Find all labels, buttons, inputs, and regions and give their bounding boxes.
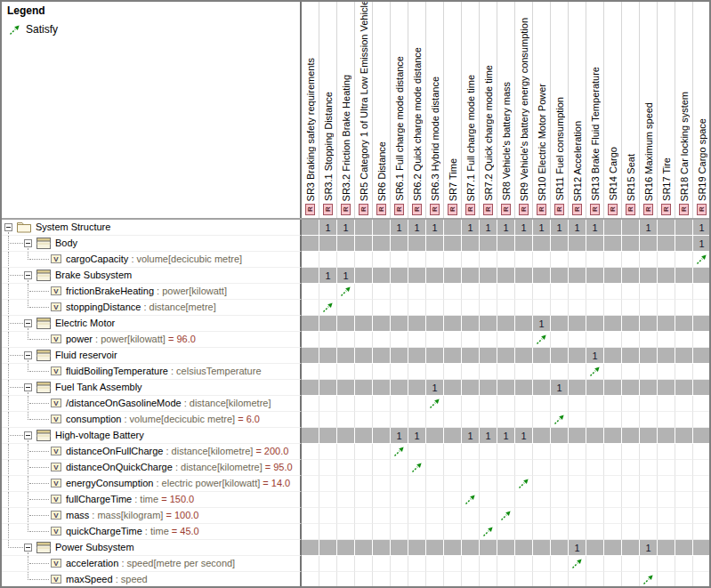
- matrix-cell[interactable]: [319, 332, 337, 348]
- matrix-cell[interactable]: [604, 524, 622, 540]
- matrix-cell[interactable]: [391, 332, 408, 348]
- matrix-cell[interactable]: [658, 300, 675, 316]
- tree-node-label[interactable]: Body: [55, 236, 77, 251]
- matrix-cell[interactable]: [426, 556, 444, 572]
- matrix-cell[interactable]: [497, 268, 515, 284]
- matrix-cell[interactable]: [693, 492, 709, 508]
- matrix-cell[interactable]: [391, 444, 408, 460]
- matrix-cell[interactable]: [604, 380, 622, 396]
- matrix-cell[interactable]: [640, 460, 658, 476]
- matrix-cell[interactable]: [337, 524, 355, 540]
- matrix-cell[interactable]: [515, 364, 533, 380]
- matrix-cell[interactable]: [426, 492, 444, 508]
- tree-node-label[interactable]: Fuel Tank Assembly: [55, 380, 142, 395]
- matrix-cell[interactable]: [480, 252, 497, 268]
- matrix-cell[interactable]: [515, 332, 533, 348]
- matrix-cell[interactable]: [586, 476, 604, 492]
- matrix-cell[interactable]: [640, 444, 658, 460]
- matrix-cell[interactable]: [302, 316, 319, 332]
- matrix-cell[interactable]: [444, 252, 462, 268]
- matrix-cell[interactable]: [551, 300, 569, 316]
- matrix-cell[interactable]: [693, 396, 709, 412]
- matrix-cell[interactable]: 1: [497, 220, 515, 236]
- matrix-cell[interactable]: [533, 268, 551, 284]
- matrix-cell[interactable]: [675, 492, 693, 508]
- matrix-cell[interactable]: [533, 380, 551, 396]
- matrix-cell[interactable]: [444, 300, 462, 316]
- matrix-cell[interactable]: [408, 268, 426, 284]
- matrix-cell[interactable]: [675, 332, 693, 348]
- matrix-cell[interactable]: [551, 348, 569, 364]
- matrix-cell[interactable]: [640, 508, 658, 524]
- matrix-cell[interactable]: [480, 492, 497, 508]
- tree-node-label[interactable]: distanceOnFullCharge : distance[kilometr…: [66, 444, 288, 459]
- matrix-cell[interactable]: [426, 572, 444, 586]
- matrix-cell[interactable]: [373, 332, 391, 348]
- matrix-cell[interactable]: [622, 396, 640, 412]
- matrix-cell[interactable]: [355, 508, 373, 524]
- matrix-cell[interactable]: [693, 332, 709, 348]
- matrix-cell[interactable]: [604, 236, 622, 252]
- matrix-cell[interactable]: [693, 572, 709, 586]
- matrix-cell[interactable]: [319, 348, 337, 364]
- matrix-cell[interactable]: [569, 252, 586, 268]
- matrix-cell[interactable]: [462, 524, 480, 540]
- matrix-cell[interactable]: [640, 524, 658, 540]
- matrix-cell[interactable]: [444, 220, 462, 236]
- matrix-cell[interactable]: [480, 412, 497, 428]
- matrix-cell[interactable]: [693, 556, 709, 572]
- matrix-cell[interactable]: [515, 348, 533, 364]
- matrix-cell[interactable]: [302, 492, 319, 508]
- matrix-cell[interactable]: [551, 332, 569, 348]
- matrix-cell[interactable]: [355, 492, 373, 508]
- matrix-cell[interactable]: [462, 380, 480, 396]
- matrix-cell[interactable]: [515, 316, 533, 332]
- matrix-cell[interactable]: [408, 508, 426, 524]
- matrix-cell[interactable]: [444, 444, 462, 460]
- matrix-cell[interactable]: [569, 572, 586, 586]
- matrix-cell[interactable]: [658, 364, 675, 380]
- matrix-cell[interactable]: [658, 332, 675, 348]
- matrix-cell[interactable]: [391, 460, 408, 476]
- matrix-cell[interactable]: [604, 332, 622, 348]
- matrix-cell[interactable]: [480, 572, 497, 586]
- matrix-cell[interactable]: [515, 524, 533, 540]
- tree-node-label[interactable]: System Structure: [36, 220, 110, 235]
- matrix-cell[interactable]: 1: [515, 220, 533, 236]
- matrix-cell[interactable]: [444, 492, 462, 508]
- matrix-cell[interactable]: [622, 412, 640, 428]
- matrix-cell[interactable]: [533, 364, 551, 380]
- matrix-cell[interactable]: [426, 476, 444, 492]
- matrix-cell[interactable]: [622, 268, 640, 284]
- matrix-cell[interactable]: [462, 300, 480, 316]
- column-header-SR19[interactable]: SR19 Cargo spaceR: [693, 2, 709, 218]
- matrix-cell[interactable]: [569, 428, 586, 444]
- matrix-cell[interactable]: [658, 444, 675, 460]
- matrix-cell[interactable]: [622, 252, 640, 268]
- matrix-cell[interactable]: 1: [533, 316, 551, 332]
- matrix-cell[interactable]: [675, 300, 693, 316]
- matrix-cell[interactable]: [533, 444, 551, 460]
- matrix-cell[interactable]: [640, 348, 658, 364]
- matrix-cell[interactable]: [622, 444, 640, 460]
- matrix-cell[interactable]: [302, 540, 319, 556]
- matrix-cell[interactable]: [302, 236, 319, 252]
- matrix-cell[interactable]: [658, 380, 675, 396]
- matrix-cell[interactable]: [640, 316, 658, 332]
- matrix-cell[interactable]: [515, 572, 533, 586]
- matrix-cell[interactable]: [586, 396, 604, 412]
- matrix-cell[interactable]: [302, 380, 319, 396]
- matrix-cell[interactable]: [569, 444, 586, 460]
- matrix-cell[interactable]: [658, 268, 675, 284]
- matrix-cell[interactable]: [444, 268, 462, 284]
- matrix-cell[interactable]: [640, 364, 658, 380]
- matrix-cell[interactable]: [658, 492, 675, 508]
- matrix-cell[interactable]: [622, 316, 640, 332]
- matrix-cell[interactable]: [622, 476, 640, 492]
- matrix-cell[interactable]: [604, 460, 622, 476]
- matrix-cell[interactable]: [319, 236, 337, 252]
- tree-expander[interactable]: [24, 319, 32, 327]
- matrix-cell[interactable]: [302, 412, 319, 428]
- matrix-cell[interactable]: [391, 300, 408, 316]
- matrix-cell[interactable]: [497, 444, 515, 460]
